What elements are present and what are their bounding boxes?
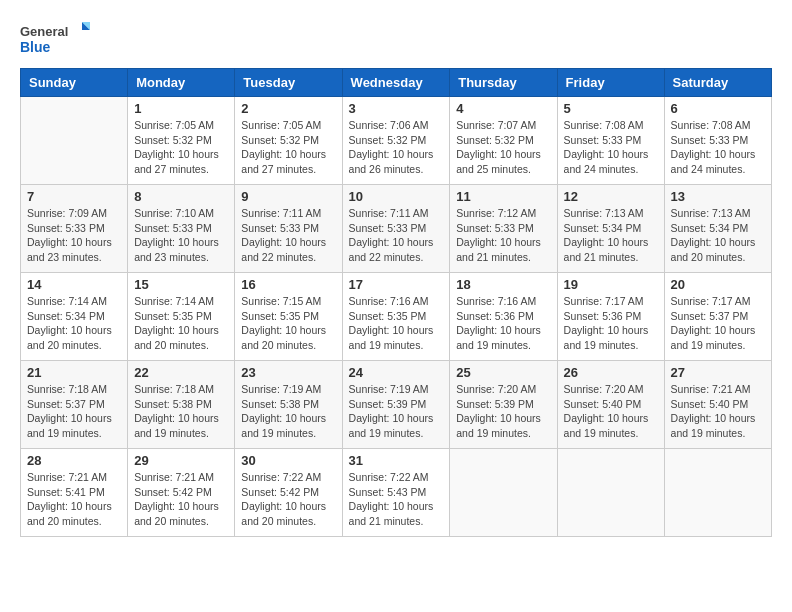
calendar-cell: 15Sunrise: 7:14 AM Sunset: 5:35 PM Dayli…: [128, 273, 235, 361]
calendar-cell: 5Sunrise: 7:08 AM Sunset: 5:33 PM Daylig…: [557, 97, 664, 185]
day-number: 28: [27, 453, 121, 468]
day-info: Sunrise: 7:22 AM Sunset: 5:42 PM Dayligh…: [241, 470, 335, 529]
day-info: Sunrise: 7:13 AM Sunset: 5:34 PM Dayligh…: [564, 206, 658, 265]
calendar-cell: [557, 449, 664, 537]
day-number: 7: [27, 189, 121, 204]
calendar-cell: 13Sunrise: 7:13 AM Sunset: 5:34 PM Dayli…: [664, 185, 771, 273]
calendar-week: 1Sunrise: 7:05 AM Sunset: 5:32 PM Daylig…: [21, 97, 772, 185]
calendar-cell: 9Sunrise: 7:11 AM Sunset: 5:33 PM Daylig…: [235, 185, 342, 273]
day-number: 13: [671, 189, 765, 204]
calendar-cell: 16Sunrise: 7:15 AM Sunset: 5:35 PM Dayli…: [235, 273, 342, 361]
calendar-cell: 14Sunrise: 7:14 AM Sunset: 5:34 PM Dayli…: [21, 273, 128, 361]
day-info: Sunrise: 7:21 AM Sunset: 5:41 PM Dayligh…: [27, 470, 121, 529]
day-number: 19: [564, 277, 658, 292]
day-number: 6: [671, 101, 765, 116]
calendar-cell: [21, 97, 128, 185]
day-info: Sunrise: 7:17 AM Sunset: 5:37 PM Dayligh…: [671, 294, 765, 353]
calendar-cell: 26Sunrise: 7:20 AM Sunset: 5:40 PM Dayli…: [557, 361, 664, 449]
header-day: Thursday: [450, 69, 557, 97]
day-number: 1: [134, 101, 228, 116]
day-info: Sunrise: 7:05 AM Sunset: 5:32 PM Dayligh…: [134, 118, 228, 177]
calendar-cell: 27Sunrise: 7:21 AM Sunset: 5:40 PM Dayli…: [664, 361, 771, 449]
day-number: 4: [456, 101, 550, 116]
calendar-cell: [450, 449, 557, 537]
calendar-week: 14Sunrise: 7:14 AM Sunset: 5:34 PM Dayli…: [21, 273, 772, 361]
svg-text:Blue: Blue: [20, 39, 51, 55]
calendar-cell: 19Sunrise: 7:17 AM Sunset: 5:36 PM Dayli…: [557, 273, 664, 361]
calendar-week: 7Sunrise: 7:09 AM Sunset: 5:33 PM Daylig…: [21, 185, 772, 273]
day-number: 23: [241, 365, 335, 380]
calendar-cell: 24Sunrise: 7:19 AM Sunset: 5:39 PM Dayli…: [342, 361, 450, 449]
day-number: 29: [134, 453, 228, 468]
calendar-cell: 21Sunrise: 7:18 AM Sunset: 5:37 PM Dayli…: [21, 361, 128, 449]
logo: General Blue: [20, 20, 90, 60]
calendar-cell: 20Sunrise: 7:17 AM Sunset: 5:37 PM Dayli…: [664, 273, 771, 361]
day-number: 12: [564, 189, 658, 204]
day-number: 21: [27, 365, 121, 380]
calendar-week: 28Sunrise: 7:21 AM Sunset: 5:41 PM Dayli…: [21, 449, 772, 537]
calendar-cell: 18Sunrise: 7:16 AM Sunset: 5:36 PM Dayli…: [450, 273, 557, 361]
calendar-cell: 7Sunrise: 7:09 AM Sunset: 5:33 PM Daylig…: [21, 185, 128, 273]
day-info: Sunrise: 7:21 AM Sunset: 5:40 PM Dayligh…: [671, 382, 765, 441]
day-number: 14: [27, 277, 121, 292]
day-info: Sunrise: 7:08 AM Sunset: 5:33 PM Dayligh…: [564, 118, 658, 177]
calendar-cell: 2Sunrise: 7:05 AM Sunset: 5:32 PM Daylig…: [235, 97, 342, 185]
day-info: Sunrise: 7:11 AM Sunset: 5:33 PM Dayligh…: [241, 206, 335, 265]
calendar-cell: 12Sunrise: 7:13 AM Sunset: 5:34 PM Dayli…: [557, 185, 664, 273]
svg-text:General: General: [20, 24, 68, 39]
calendar-table: SundayMondayTuesdayWednesdayThursdayFrid…: [20, 68, 772, 537]
header-day: Saturday: [664, 69, 771, 97]
day-info: Sunrise: 7:10 AM Sunset: 5:33 PM Dayligh…: [134, 206, 228, 265]
day-info: Sunrise: 7:20 AM Sunset: 5:40 PM Dayligh…: [564, 382, 658, 441]
day-info: Sunrise: 7:15 AM Sunset: 5:35 PM Dayligh…: [241, 294, 335, 353]
day-info: Sunrise: 7:08 AM Sunset: 5:33 PM Dayligh…: [671, 118, 765, 177]
header-row: SundayMondayTuesdayWednesdayThursdayFrid…: [21, 69, 772, 97]
day-number: 2: [241, 101, 335, 116]
calendar-cell: [664, 449, 771, 537]
calendar-cell: 30Sunrise: 7:22 AM Sunset: 5:42 PM Dayli…: [235, 449, 342, 537]
page-header: General Blue: [20, 20, 772, 60]
calendar-cell: 4Sunrise: 7:07 AM Sunset: 5:32 PM Daylig…: [450, 97, 557, 185]
calendar-cell: 29Sunrise: 7:21 AM Sunset: 5:42 PM Dayli…: [128, 449, 235, 537]
day-info: Sunrise: 7:13 AM Sunset: 5:34 PM Dayligh…: [671, 206, 765, 265]
header-day: Friday: [557, 69, 664, 97]
calendar-cell: 11Sunrise: 7:12 AM Sunset: 5:33 PM Dayli…: [450, 185, 557, 273]
calendar-cell: 6Sunrise: 7:08 AM Sunset: 5:33 PM Daylig…: [664, 97, 771, 185]
day-number: 5: [564, 101, 658, 116]
day-info: Sunrise: 7:17 AM Sunset: 5:36 PM Dayligh…: [564, 294, 658, 353]
day-number: 24: [349, 365, 444, 380]
calendar-cell: 8Sunrise: 7:10 AM Sunset: 5:33 PM Daylig…: [128, 185, 235, 273]
day-number: 31: [349, 453, 444, 468]
day-info: Sunrise: 7:20 AM Sunset: 5:39 PM Dayligh…: [456, 382, 550, 441]
day-info: Sunrise: 7:16 AM Sunset: 5:36 PM Dayligh…: [456, 294, 550, 353]
day-number: 22: [134, 365, 228, 380]
day-number: 27: [671, 365, 765, 380]
logo-svg: General Blue: [20, 20, 90, 60]
day-info: Sunrise: 7:19 AM Sunset: 5:38 PM Dayligh…: [241, 382, 335, 441]
calendar-cell: 1Sunrise: 7:05 AM Sunset: 5:32 PM Daylig…: [128, 97, 235, 185]
day-number: 17: [349, 277, 444, 292]
day-number: 20: [671, 277, 765, 292]
day-info: Sunrise: 7:06 AM Sunset: 5:32 PM Dayligh…: [349, 118, 444, 177]
day-number: 30: [241, 453, 335, 468]
day-number: 11: [456, 189, 550, 204]
day-info: Sunrise: 7:14 AM Sunset: 5:34 PM Dayligh…: [27, 294, 121, 353]
day-info: Sunrise: 7:14 AM Sunset: 5:35 PM Dayligh…: [134, 294, 228, 353]
day-number: 26: [564, 365, 658, 380]
day-info: Sunrise: 7:21 AM Sunset: 5:42 PM Dayligh…: [134, 470, 228, 529]
day-info: Sunrise: 7:19 AM Sunset: 5:39 PM Dayligh…: [349, 382, 444, 441]
day-info: Sunrise: 7:12 AM Sunset: 5:33 PM Dayligh…: [456, 206, 550, 265]
day-number: 16: [241, 277, 335, 292]
day-info: Sunrise: 7:18 AM Sunset: 5:38 PM Dayligh…: [134, 382, 228, 441]
calendar-cell: 22Sunrise: 7:18 AM Sunset: 5:38 PM Dayli…: [128, 361, 235, 449]
day-number: 25: [456, 365, 550, 380]
calendar-cell: 3Sunrise: 7:06 AM Sunset: 5:32 PM Daylig…: [342, 97, 450, 185]
day-info: Sunrise: 7:09 AM Sunset: 5:33 PM Dayligh…: [27, 206, 121, 265]
header-day: Tuesday: [235, 69, 342, 97]
day-info: Sunrise: 7:05 AM Sunset: 5:32 PM Dayligh…: [241, 118, 335, 177]
day-info: Sunrise: 7:11 AM Sunset: 5:33 PM Dayligh…: [349, 206, 444, 265]
day-number: 8: [134, 189, 228, 204]
day-info: Sunrise: 7:07 AM Sunset: 5:32 PM Dayligh…: [456, 118, 550, 177]
day-number: 15: [134, 277, 228, 292]
day-number: 3: [349, 101, 444, 116]
